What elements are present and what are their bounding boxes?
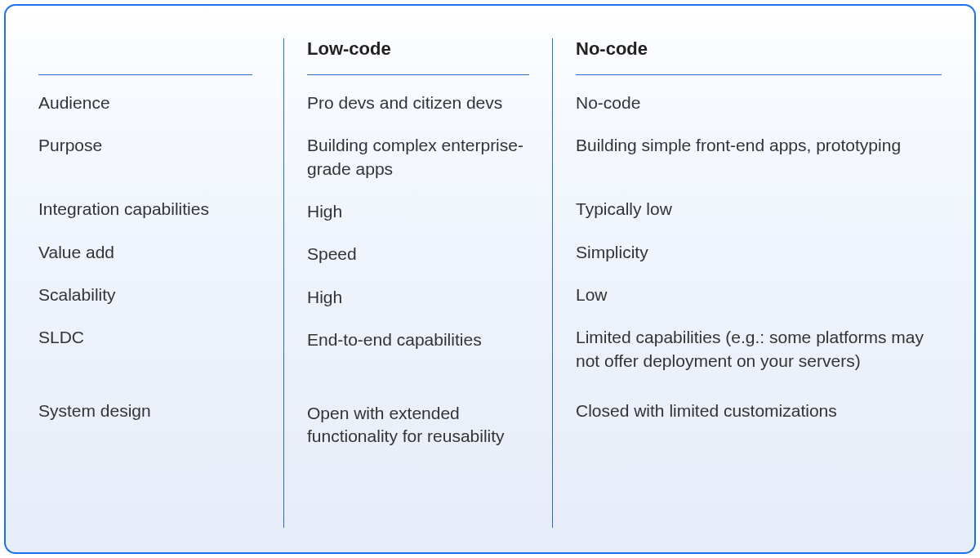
cell-text: Building complex enterprise-grade apps	[307, 134, 529, 181]
cell-text: High	[307, 200, 342, 223]
cell-text: Simplicity	[576, 241, 648, 264]
header-divider-criteria	[38, 74, 252, 75]
column-criteria: Audience Purpose Integration capabilitie…	[38, 38, 283, 528]
cell-text: System design	[38, 400, 151, 422]
cell-text: No-code	[576, 92, 640, 114]
criteria-integration: Integration capabilities	[38, 188, 252, 230]
column-header-criteria	[38, 38, 252, 68]
column-lowcode: Low-code Pro devs and citizen devs Build…	[283, 38, 553, 528]
cell-text: Audience	[38, 92, 110, 114]
nocode-sldc: Limited capabilities (e.g.: some platfor…	[576, 316, 942, 390]
cell-text: Open with extended functionality for reu…	[307, 402, 529, 449]
cell-text: End-to-end capabilities	[307, 328, 482, 351]
header-divider-lowcode	[307, 74, 529, 75]
criteria-value-add: Value add	[38, 231, 252, 274]
header-text-lowcode: Low-code	[307, 38, 391, 60]
nocode-integration: Typically low	[576, 188, 942, 230]
cell-text: Integration capabilities	[38, 198, 209, 221]
column-nocode: No-code No-code Building simple front-en…	[553, 38, 942, 528]
cell-text: Pro devs and citizen devs	[307, 92, 502, 114]
header-text-nocode: No-code	[576, 38, 648, 60]
criteria-audience: Audience	[38, 82, 252, 124]
cell-text: Building simple front-end apps, prototyp…	[576, 134, 901, 157]
lowcode-integration: High	[307, 190, 529, 233]
cell-text: Speed	[307, 243, 357, 266]
lowcode-system-design: Open with extended functionality for reu…	[307, 392, 529, 458]
cell-text: Purpose	[38, 134, 102, 157]
cell-text: Closed with limited customizations	[576, 400, 837, 422]
nocode-scalability: Low	[576, 274, 942, 316]
header-divider-nocode	[576, 74, 942, 75]
nocode-purpose: Building simple front-end apps, prototyp…	[576, 124, 942, 188]
criteria-sldc: SLDC	[38, 316, 252, 390]
criteria-scalability: Scalability	[38, 274, 252, 316]
criteria-purpose: Purpose	[38, 124, 252, 188]
nocode-audience: No-code	[576, 82, 942, 124]
cell-text: Scalability	[38, 283, 116, 306]
cell-text: Typically low	[576, 198, 672, 221]
column-header-nocode: No-code	[576, 38, 942, 68]
nocode-value-add: Simplicity	[576, 231, 942, 274]
column-header-lowcode: Low-code	[307, 38, 529, 68]
lowcode-scalability: High	[307, 276, 529, 319]
cell-text: SLDC	[38, 326, 84, 349]
nocode-system-design: Closed with limited customizations	[576, 390, 942, 453]
comparison-table: Audience Purpose Integration capabilitie…	[4, 4, 976, 554]
lowcode-value-add: Speed	[307, 233, 529, 275]
cell-text: Value add	[38, 241, 114, 264]
cell-text: High	[307, 286, 342, 309]
lowcode-audience: Pro devs and citizen devs	[307, 82, 529, 124]
cell-text: Limited capabilities (e.g.: some platfor…	[576, 326, 942, 373]
cell-text: Low	[576, 283, 608, 306]
criteria-system-design: System design	[38, 390, 252, 453]
lowcode-purpose: Building complex enterprise-grade apps	[307, 124, 529, 190]
lowcode-sldc: End-to-end capabilities	[307, 319, 529, 392]
